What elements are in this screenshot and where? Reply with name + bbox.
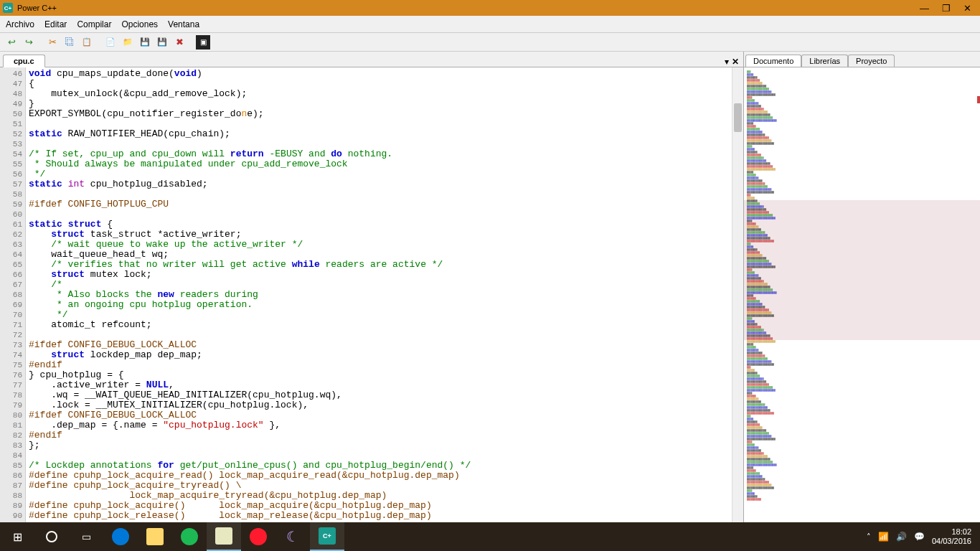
copy-button[interactable]: ⿻ — [62, 35, 77, 50]
taskview-button[interactable]: ▭ — [69, 522, 103, 551]
notepad-button[interactable] — [207, 522, 241, 551]
taskbar: ⊞ ▭ ☾ C+ ˄ 📶 🔊 💬 18:02 04/03/2016 — [0, 522, 980, 551]
minimap-error-marker — [977, 96, 980, 103]
scroll-thumb[interactable] — [734, 103, 742, 132]
menu-opciones[interactable]: Opciones — [121, 19, 158, 29]
line-gutter: 4647484950515253545556575859606162636465… — [0, 67, 26, 522]
notifications-icon[interactable]: 💬 — [914, 532, 925, 542]
close-button[interactable]: ✕ — [963, 3, 971, 14]
volume-icon[interactable]: 🔊 — [896, 532, 907, 542]
title-bar: C+ Power C++ — ❐ ✕ — [0, 0, 980, 16]
delete-button[interactable]: ✖ — [172, 35, 187, 50]
maximize-button[interactable]: ❐ — [942, 3, 951, 14]
code-editor[interactable]: 4647484950515253545556575859606162636465… — [0, 67, 743, 522]
tab-proyecto[interactable]: Proyecto — [848, 55, 895, 67]
menu-compilar[interactable]: Compilar — [77, 19, 111, 29]
minimize-button[interactable]: — — [920, 3, 929, 14]
editor-tabs: cpu.c ▾ ✕ — [0, 52, 743, 67]
wifi-icon[interactable]: 📶 — [878, 532, 889, 542]
separator — [191, 36, 192, 49]
opera-button[interactable] — [241, 522, 275, 551]
menu-editar[interactable]: Editar — [44, 19, 67, 29]
new-button[interactable]: 📄 — [103, 35, 118, 50]
taskbar-clock[interactable]: 18:02 04/03/2016 — [932, 527, 971, 546]
separator — [40, 36, 41, 49]
window-title: Power C++ — [17, 4, 920, 12]
undo-button[interactable]: ↩ — [4, 35, 19, 50]
clock-date: 04/03/2016 — [932, 537, 971, 546]
right-panel: Documento Librerías Proyecto ███████████… — [743, 52, 980, 522]
separator — [98, 36, 99, 49]
tray-up-icon[interactable]: ˄ — [867, 532, 871, 542]
menu-archivo[interactable]: Archivo — [6, 19, 34, 29]
cortana-button[interactable] — [34, 522, 69, 551]
powercpp-button[interactable]: C+ — [310, 522, 344, 551]
app-icon: C+ — [3, 3, 13, 13]
save-button[interactable]: 💾 — [138, 35, 152, 50]
explorer-button[interactable] — [138, 522, 172, 551]
minimap[interactable]: ████████████████████████████████████████… — [744, 67, 980, 522]
saveall-button[interactable]: 💾 — [155, 35, 169, 50]
moon-button[interactable]: ☾ — [275, 522, 310, 551]
terminal-button[interactable]: ▣ — [196, 35, 210, 50]
cut-button[interactable]: ✂ — [45, 35, 60, 50]
spotify-button[interactable] — [172, 522, 207, 551]
tab-dropdown-icon[interactable]: ▾ — [725, 57, 729, 67]
clock-time: 18:02 — [932, 527, 971, 537]
open-button[interactable]: 📁 — [121, 35, 135, 50]
redo-button[interactable]: ↪ — [22, 35, 36, 50]
menu-ventana[interactable]: Ventana — [168, 19, 199, 29]
edge-button[interactable] — [103, 522, 138, 551]
file-tab-cpu[interactable]: cpu.c — [3, 55, 45, 67]
start-button[interactable]: ⊞ — [0, 522, 34, 551]
code-area[interactable]: void cpu_maps_update_done(void){ mutex_u… — [26, 67, 743, 522]
vertical-scrollbar[interactable] — [732, 67, 743, 522]
tab-documento[interactable]: Documento — [745, 55, 801, 67]
tab-librerias[interactable]: Librerías — [801, 55, 848, 67]
tab-close-icon[interactable]: ✕ — [732, 57, 739, 67]
toolbar: ↩ ↪ ✂ ⿻ 📋 📄 📁 💾 💾 ✖ ▣ — [0, 33, 980, 52]
menu-bar: Archivo Editar Compilar Opciones Ventana — [0, 16, 980, 33]
paste-button[interactable]: 📋 — [80, 35, 94, 50]
